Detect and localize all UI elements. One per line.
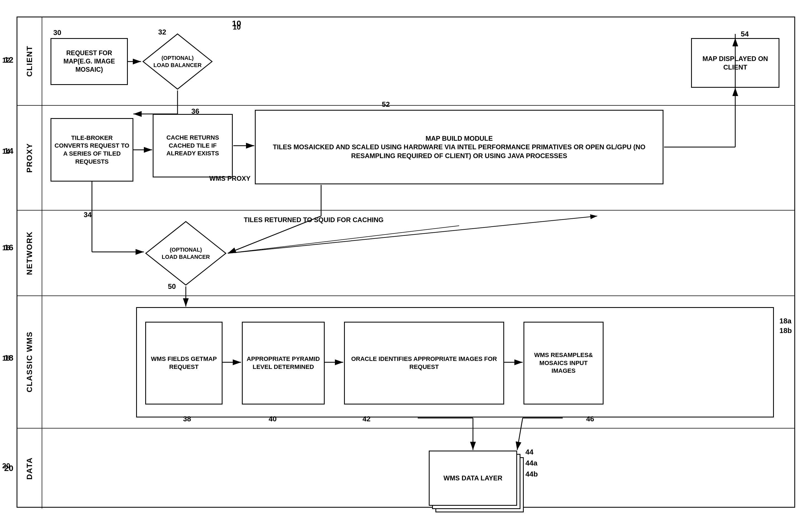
box-oracle-text: ORACLE IDENTIFIES APPROPRIATE IMAGES FOR… <box>348 355 500 371</box>
ref-36: 36 <box>191 107 199 116</box>
lane-client: CLIENT <box>18 18 794 106</box>
body-ref-20: 20 <box>4 463 13 473</box>
ref-40: 40 <box>269 415 277 423</box>
top-ref-10: 10 <box>232 19 241 28</box>
label-tiles-returned: TILES RETURNED TO SQUID FOR CACHING <box>244 216 383 224</box>
diamond-lb1-text: (OPTIONAL) LOAD BALANCER <box>153 54 202 69</box>
wms-data-front: WMS DATA LAYER <box>429 451 517 506</box>
wms-outer-container: WMS FIELDS GETMAP REQUEST APPROPRIATE PY… <box>136 307 774 418</box>
box-wms-fields-text: WMS FIELDS GETMAP REQUEST <box>149 355 219 371</box>
ref-52: 52 <box>382 100 390 109</box>
ref-50: 50 <box>168 282 176 291</box>
box-pyramid-level: APPROPRIATE PYRAMID LEVEL DETERMINED <box>242 322 325 404</box>
box-map-build-module: MAP BUILD MODULE TILES MOSAICKED AND SCA… <box>255 110 664 184</box>
ref-18a: 18a <box>779 317 791 325</box>
body-ref-12: 12 <box>4 55 13 65</box>
ref-54: 54 <box>741 30 749 38</box>
box-pyramid-text: APPROPRIATE PYRAMID LEVEL DETERMINED <box>245 355 321 371</box>
box-oracle: ORACLE IDENTIFIES APPROPRIATE IMAGES FOR… <box>344 322 504 404</box>
label-wms-proxy: WMS PROXY <box>209 175 251 182</box>
diamond-lb2-text: (OPTIONAL) LOAD BALANCER <box>162 246 210 261</box>
diagram-container: CLIENT PROXY NETWORK CLASSIC WMS DATA 12… <box>17 17 795 508</box>
ref-42: 42 <box>362 415 371 423</box>
box-request-map: REQUEST FOR MAP(E.G. IMAGE MOSAIC) <box>51 38 128 85</box>
box-wms-resamples: WMS RESAMPLES& MOSAICS INPUT IMAGES <box>523 322 604 404</box>
lane-data-text: DATA <box>25 457 34 480</box>
lane-label-client: CLIENT <box>18 18 42 105</box>
wms-data-text: WMS DATA LAYER <box>443 474 502 482</box>
box-map-displayed: MAP DISPLAYED ON CLIENT <box>691 38 779 88</box>
box-map-displayed-text: MAP DISPLAYED ON CLIENT <box>695 54 776 71</box>
lane-network-text: NETWORK <box>25 231 34 275</box>
diamond-load-balancer-1: (OPTIONAL) LOAD BALANCER <box>142 33 213 91</box>
ref-44: 44 <box>525 448 533 456</box>
lane-wms-text: CLASSIC WMS <box>25 331 34 392</box>
box-tile-broker: TILE-BROKER CONVERTS REQUEST TO A SERIES… <box>51 118 133 182</box>
body-ref-18: 18 <box>4 353 13 363</box>
box-cache-returns: CACHE RETURNS CACHED TILE IF ALREADY EXI… <box>153 114 233 177</box>
lane-label-network: NETWORK <box>18 211 42 296</box>
ref-30: 30 <box>53 28 61 37</box>
lane-proxy-text: PROXY <box>25 143 34 173</box>
ref-46: 46 <box>586 415 594 423</box>
ref-44a: 44a <box>525 459 537 467</box>
ref-34: 34 <box>84 211 92 219</box>
box-cache-returns-text: CACHE RETURNS CACHED TILE IF ALREADY EXI… <box>156 134 229 157</box>
lane-label-data: DATA <box>18 428 42 509</box>
ref-18b: 18b <box>779 327 792 335</box>
body-ref-14: 14 <box>4 146 13 156</box>
lane-data: DATA <box>18 428 794 509</box>
lane-label-wms: CLASSIC WMS <box>18 296 42 428</box>
box-map-build-text: MAP BUILD MODULE TILES MOSAICKED AND SCA… <box>258 134 660 160</box>
ref-38: 38 <box>183 415 191 423</box>
ref-44b: 44b <box>525 470 538 479</box>
box-tile-broker-text: TILE-BROKER CONVERTS REQUEST TO A SERIES… <box>54 134 130 165</box>
lane-client-text: CLIENT <box>25 45 34 77</box>
box-wms-fields: WMS FIELDS GETMAP REQUEST <box>145 322 223 404</box>
ref-32: 32 <box>158 28 166 36</box>
body-ref-16: 16 <box>4 243 13 252</box>
diamond-load-balancer-2: (OPTIONAL) LOAD BALANCER <box>144 220 227 286</box>
box-wms-resamples-text: WMS RESAMPLES& MOSAICS INPUT IMAGES <box>527 351 600 375</box>
lane-network: NETWORK <box>18 211 794 296</box>
lane-label-proxy: PROXY <box>18 106 42 210</box>
box-request-map-text: REQUEST FOR MAP(E.G. IMAGE MOSAIC) <box>54 49 124 74</box>
